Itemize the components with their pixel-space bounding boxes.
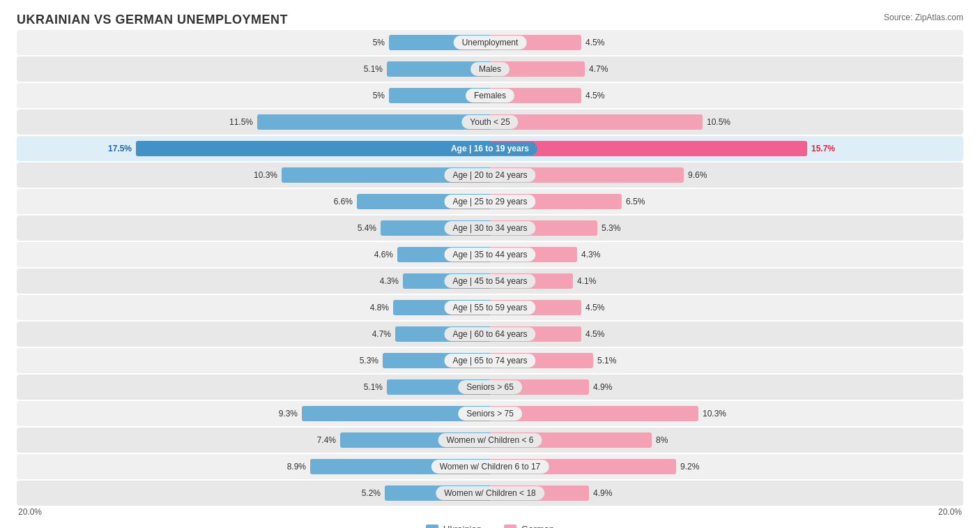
legend-ukrainian: Ukrainian [426, 524, 482, 528]
left-value: 9.3% [274, 409, 298, 418]
left-bar [136, 141, 490, 156]
axis-right: 20.0% [938, 507, 962, 517]
right-bar [490, 141, 807, 156]
right-value: 4.9% [593, 488, 617, 498]
center-label: Males [470, 62, 510, 76]
ukrainian-label: Ukrainian [443, 524, 482, 528]
right-value: 15.7% [811, 144, 835, 153]
center-label: Age | 16 to 19 years [443, 142, 537, 156]
center-label: Seniors > 75 [458, 407, 522, 421]
center-label: Seniors > 65 [458, 380, 522, 394]
left-value: 4.6% [369, 250, 393, 259]
left-value: 6.6% [329, 197, 353, 206]
right-value: 4.7% [589, 64, 613, 74]
left-value: 5.1% [359, 64, 383, 74]
table-row: 5% Females 4.5% [17, 83, 963, 108]
chart-container: UKRAINIAN VS GERMAN UNEMPLOYMENT Source:… [0, 0, 980, 528]
right-value: 4.9% [593, 382, 617, 392]
table-row: 9.3% Seniors > 75 10.3% [17, 401, 963, 426]
left-value: 5.3% [355, 356, 378, 365]
center-label: Age | 60 to 64 years [444, 327, 535, 341]
table-row: 5% Unemployment 4.5% [17, 30, 963, 55]
right-value: 9.2% [680, 462, 704, 472]
legend-area: Ukrainian German [17, 524, 963, 528]
center-label: Age | 25 to 29 years [444, 195, 535, 209]
legend-german: German [504, 524, 554, 528]
left-value: 4.3% [375, 276, 399, 286]
table-row: 6.6% Age | 25 to 29 years 6.5% [17, 189, 963, 214]
left-value: 7.4% [312, 435, 336, 445]
right-value: 4.5% [585, 329, 609, 339]
table-row: 10.3% Age | 20 to 24 years 9.6% [17, 163, 963, 188]
right-value: 4.1% [577, 276, 601, 286]
center-label: Age | 30 to 34 years [444, 221, 535, 235]
right-bar [490, 114, 703, 130]
center-label: Age | 35 to 44 years [444, 248, 535, 262]
ukrainian-color-box [426, 525, 438, 529]
right-value: 8% [656, 435, 680, 445]
center-label: Females [466, 89, 514, 103]
left-value: 8.9% [282, 462, 306, 472]
table-row: 4.3% Age | 45 to 54 years 4.1% [17, 269, 963, 294]
table-row: 7.4% Women w/ Children < 6 8% [17, 428, 963, 453]
left-value: 17.5% [108, 144, 132, 153]
left-value: 11.5% [229, 117, 253, 127]
table-row: 11.5% Youth < 25 10.5% [17, 110, 963, 135]
right-value: 10.3% [703, 409, 726, 418]
left-value: 4.8% [365, 303, 389, 312]
right-value: 5.3% [602, 223, 625, 233]
right-value: 9.6% [688, 170, 712, 180]
center-label: Age | 55 to 59 years [444, 301, 535, 315]
left-value: 5.2% [357, 488, 381, 498]
left-value: 5.1% [359, 382, 383, 392]
right-value: 5.1% [597, 356, 621, 365]
left-value: 4.7% [367, 329, 391, 339]
right-value: 4.5% [585, 91, 609, 100]
left-value: 5% [361, 91, 385, 100]
center-label: Age | 20 to 24 years [444, 168, 535, 182]
center-label: Age | 45 to 54 years [444, 274, 535, 288]
axis-left: 20.0% [18, 507, 42, 517]
table-row: 4.7% Age | 60 to 64 years 4.5% [17, 322, 963, 347]
axis-labels: 20.0% 20.0% [17, 507, 963, 517]
table-row: 5.4% Age | 30 to 34 years 5.3% [17, 216, 963, 241]
center-label: Women w/ Children < 18 [436, 486, 544, 500]
right-value: 4.5% [585, 38, 609, 47]
table-row: 5.3% Age | 65 to 74 years 5.1% [17, 348, 963, 373]
center-label: Women w/ Children 6 to 17 [431, 460, 549, 474]
table-row: 5.1% Seniors > 65 4.9% [17, 375, 963, 400]
table-row: 4.8% Age | 55 to 59 years 4.5% [17, 295, 963, 320]
left-value: 5% [361, 38, 385, 47]
center-label: Women w/ Children < 6 [438, 433, 542, 447]
chart-rows-area: 5% Unemployment 4.5% 5.1% Males [17, 30, 963, 506]
german-color-box [504, 525, 516, 529]
table-row: 8.9% Women w/ Children 6 to 17 9.2% [17, 454, 963, 479]
table-row: 5.2% Women w/ Children < 18 4.9% [17, 481, 963, 506]
right-value: 4.3% [581, 250, 605, 259]
chart-title: UKRAINIAN VS GERMAN UNEMPLOYMENT [17, 13, 963, 27]
center-label: Unemployment [454, 36, 527, 50]
center-label: Age | 65 to 74 years [444, 354, 535, 368]
right-value: 6.5% [626, 197, 650, 206]
left-value: 5.4% [353, 223, 376, 233]
left-value: 10.3% [254, 170, 277, 180]
table-row: 5.1% Males 4.7% [17, 56, 963, 82]
table-row: 4.6% Age | 35 to 44 years 4.3% [17, 242, 963, 267]
right-value: 4.5% [585, 303, 609, 312]
center-label: Youth < 25 [461, 115, 518, 129]
german-label: German [521, 524, 554, 528]
table-row: 17.5% Age | 16 to 19 years 15.7% [17, 136, 963, 161]
chart-source: Source: ZipAtlas.com [884, 13, 963, 22]
right-value: 10.5% [707, 117, 730, 127]
left-bar [257, 114, 490, 130]
